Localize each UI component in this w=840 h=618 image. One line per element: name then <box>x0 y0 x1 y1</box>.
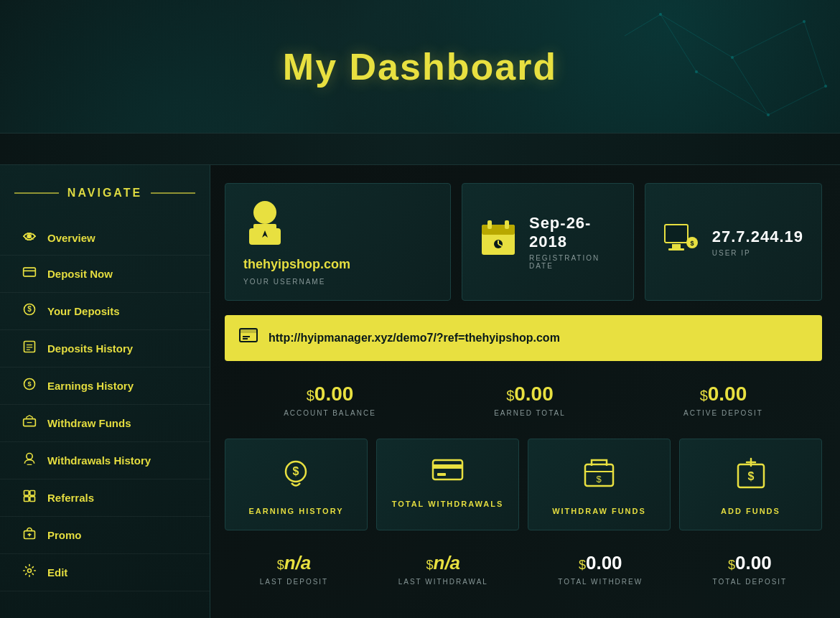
username: thehyipshop.com <box>243 257 350 272</box>
sidebar-item-withdraw-funds[interactable]: Withdraw Funds <box>0 405 210 442</box>
svg-line-0 <box>661 14 732 57</box>
sidebar-item-label-withdrawals-history: Withdrawals History <box>47 454 151 467</box>
earned-total-amount: $0.00 <box>494 383 566 406</box>
sidebar-item-withdrawals-history[interactable]: Withdrawals History <box>0 442 210 479</box>
svg-rect-44 <box>505 220 509 229</box>
sidebar-item-label-deposit-now: Deposit Now <box>47 268 113 280</box>
registration-date-label: REGISTRATION DATE <box>529 254 615 270</box>
sidebar-item-label-promo: Promo <box>47 529 82 541</box>
svg-point-11 <box>695 70 698 73</box>
svg-point-9 <box>803 20 806 23</box>
total-withdrawals-icon <box>431 457 464 489</box>
referral-icon <box>239 327 258 350</box>
info-cards-row: thehyipshop.com YOUR USERNAME <box>225 183 822 301</box>
user-ip-label: USER IP <box>712 249 803 257</box>
username-label: YOUR USERNAME <box>243 278 325 286</box>
bottom-stats-row: $n/a LAST DEPOSIT $n/a LAST WITHDRAWAL $… <box>225 545 822 593</box>
svg-rect-61 <box>433 460 462 479</box>
total-withdrew-label: TOTAL WITHDREW <box>558 578 643 586</box>
svg-text:$: $ <box>690 240 694 247</box>
action-card-label-withdraw-funds: WITHDRAW FUNDS <box>552 507 646 515</box>
sidebar-item-label-referrals: Referrals <box>47 492 94 504</box>
sidebar-item-deposits-history[interactable]: Deposits History <box>0 330 210 367</box>
svg-rect-52 <box>668 248 684 251</box>
sidebar-item-label-your-deposits: Your Deposits <box>47 305 120 317</box>
svg-point-8 <box>731 56 734 59</box>
svg-line-2 <box>804 22 826 86</box>
account-balance-value: 0.00 <box>314 383 354 405</box>
action-card-earning-history[interactable]: $ EARNING HISTORY <box>225 439 368 530</box>
user-ip: 27.7.244.19 <box>712 228 803 246</box>
balance-row: $0.00 ACCOUNT BALANCE $0.00 EARNED TOTAL… <box>225 375 822 424</box>
svg-line-13 <box>625 14 661 36</box>
svg-rect-50 <box>666 225 687 242</box>
svg-rect-18 <box>24 342 35 352</box>
add-funds-icon: $ <box>737 457 765 496</box>
active-deposit-label: ACTIVE DEPOSIT <box>683 409 763 417</box>
svg-rect-29 <box>30 491 35 496</box>
your-deposits-icon: $ <box>22 302 37 320</box>
svg-text:$: $ <box>596 474 602 484</box>
total-withdrew-stat: $0.00 TOTAL WITHDREW <box>558 552 643 586</box>
sidebar-item-label-withdraw-funds: Withdraw Funds <box>47 417 131 429</box>
sidebar-item-your-deposits[interactable]: $ Your Deposits <box>0 293 210 330</box>
total-deposit-stat: $0.00 TOTAL DEPOSIT <box>713 552 788 586</box>
user-card: thehyipshop.com YOUR USERNAME <box>225 183 451 301</box>
referral-bar[interactable]: http://hyipmanager.xyz/demo7/?ref=thehyi… <box>225 315 822 361</box>
deposits-history-icon <box>22 340 37 357</box>
action-card-label-earning-history: EARNING HISTORY <box>248 507 343 515</box>
svg-rect-42 <box>482 225 515 235</box>
active-deposit-value: 0.00 <box>708 383 747 405</box>
ip-card: $ 27.7.244.19 USER IP <box>645 183 822 301</box>
svg-point-7 <box>659 13 662 16</box>
total-withdrew-amount: $0.00 <box>558 552 643 574</box>
withdraw-funds-icon <box>22 414 37 432</box>
active-deposit-item: $0.00 ACTIVE DEPOSIT <box>683 383 763 417</box>
last-deposit-label: LAST DEPOSIT <box>260 578 329 586</box>
earning-history-icon: $ <box>280 457 312 496</box>
action-card-label-add-funds: ADD FUNDS <box>721 507 780 515</box>
header: My Dashboard <box>0 0 840 133</box>
last-deposit-amount: $n/a <box>260 552 329 574</box>
account-balance-item: $0.00 ACCOUNT BALANCE <box>284 383 376 417</box>
sidebar-item-referrals[interactable]: Referrals <box>0 479 210 517</box>
svg-rect-28 <box>24 491 29 496</box>
sidebar-item-edit[interactable]: Edit <box>0 554 210 591</box>
date-card: Sep-26-2018 REGISTRATION DATE <box>462 183 634 301</box>
action-card-withdraw-funds[interactable]: $ WITHDRAW FUNDS <box>528 439 671 530</box>
nav-title-text: NAVIGATE <box>67 187 142 200</box>
active-deposit-amount: $0.00 <box>683 383 763 406</box>
svg-point-35 <box>28 569 32 573</box>
action-card-add-funds[interactable]: $ ADD FUNDS <box>679 439 822 530</box>
svg-point-12 <box>767 113 770 116</box>
subheader <box>0 133 840 165</box>
nav-title-line-left <box>14 192 59 194</box>
registration-date: Sep-26-2018 <box>529 214 615 251</box>
sidebar-item-label-deposits-history: Deposits History <box>47 342 133 355</box>
computer-icon: $ <box>663 221 699 263</box>
nav-title-line-right <box>151 192 195 194</box>
svg-rect-62 <box>433 464 462 469</box>
sidebar-item-earnings-history[interactable]: $ Earnings History <box>0 367 210 405</box>
sidebar-item-promo[interactable]: Promo <box>0 517 210 554</box>
svg-point-10 <box>824 85 827 88</box>
page-title: My Dashboard <box>283 45 557 88</box>
svg-rect-56 <box>240 329 257 333</box>
action-card-total-withdrawals[interactable]: TOTAL WITHDRAWALS <box>376 439 519 530</box>
svg-line-6 <box>768 86 826 115</box>
withdraw-funds-action-icon: $ <box>583 457 615 496</box>
svg-point-36 <box>253 201 276 224</box>
last-deposit-stat: $n/a LAST DEPOSIT <box>260 552 329 586</box>
last-withdrawal-amount: $n/a <box>398 552 488 574</box>
sidebar-item-label-earnings-history: Earnings History <box>47 380 134 392</box>
svg-text:$: $ <box>293 465 299 477</box>
sidebar-item-overview[interactable]: 👁 Overview <box>0 221 210 256</box>
last-withdrawal-label: LAST WITHDRAWAL <box>398 578 488 586</box>
svg-line-1 <box>732 22 804 57</box>
account-balance-label: ACCOUNT BALANCE <box>284 409 376 417</box>
sidebar-item-deposit-now[interactable]: Deposit Now <box>0 256 210 293</box>
sidebar-item-label-overview: Overview <box>47 232 95 244</box>
sidebar-item-label-edit: Edit <box>47 566 67 579</box>
svg-point-26 <box>27 454 32 459</box>
action-cards-grid: $ EARNING HISTORY TOTAL WITHDRAWALS <box>225 439 822 530</box>
